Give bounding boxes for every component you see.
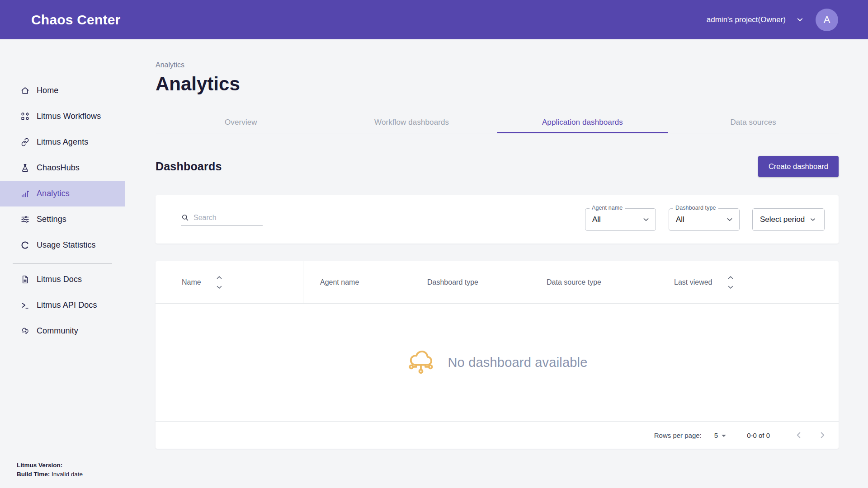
chevron-down-icon [725, 215, 734, 224]
workflows-icon [20, 112, 30, 121]
select-period-label: Select period [760, 215, 805, 224]
empty-message: No dashboard available [448, 355, 587, 370]
tab-bar: Overview Workflow dashboards Application… [156, 118, 839, 133]
table-header-row: Name Agent name Dashboard type Data sour… [156, 261, 839, 304]
sidebar-item-analytics[interactable]: Analytics [0, 181, 125, 206]
sliders-icon [20, 215, 30, 224]
rows-per-page-label: Rows per page: [654, 432, 702, 439]
search-box [181, 213, 263, 225]
sidebar-item-litmus-api-docs[interactable]: Litmus API Docs [0, 292, 125, 318]
filter-bar: Agent name All Dashboard type All Select… [156, 195, 839, 244]
chat-bubbles-icon [20, 326, 30, 336]
sort-ascending-icon[interactable] [728, 276, 733, 279]
column-header-last-viewed: Last viewed [657, 261, 839, 303]
sidebar-item-litmus-workflows[interactable]: Litmus Workflows [0, 103, 125, 129]
sidebar-item-label: Community [37, 326, 78, 336]
dashboard-type-select[interactable]: Dashboard type All [669, 208, 740, 231]
sidebar-item-chaoshubs[interactable]: ChaosHubs [0, 155, 125, 181]
header-right: admin's project(Owner) A [707, 9, 838, 31]
rows-per-page-value: 5 [714, 432, 718, 439]
rows-per-page-select[interactable]: 5 [714, 432, 726, 439]
breadcrumb[interactable]: Analytics [156, 61, 184, 69]
sidebar-item-label: Litmus API Docs [37, 300, 97, 310]
column-label: Last viewed [674, 278, 712, 286]
page-title: Analytics [156, 73, 839, 95]
search-icon [181, 213, 189, 222]
create-dashboard-button[interactable]: Create dashboard [758, 156, 839, 177]
tab-overview[interactable]: Overview [156, 118, 326, 133]
dashboards-table: Name Agent name Dashboard type Data sour… [156, 261, 839, 449]
column-label: Name [182, 278, 201, 286]
document-icon [20, 275, 30, 284]
sort-ascending-icon[interactable] [217, 276, 222, 279]
sidebar-item-label: Settings [37, 215, 66, 224]
tab-data-sources[interactable]: Data sources [668, 118, 839, 133]
agent-name-select-label: Agent name [590, 205, 625, 211]
sort-descending-icon[interactable] [217, 286, 222, 289]
sidebar-item-label: ChaosHubs [37, 163, 80, 173]
column-label: Data source type [547, 278, 601, 286]
build-time-label: Build Time: [17, 471, 50, 478]
dashboard-type-select-label: Dashboard type [673, 205, 718, 211]
home-icon [20, 86, 30, 95]
terminal-icon [20, 300, 30, 310]
sidebar-item-label: Analytics [37, 189, 70, 198]
tab-workflow-dashboards[interactable]: Workflow dashboards [326, 118, 497, 133]
sort-arrows [728, 276, 733, 289]
empty-state: No dashboard available [156, 304, 839, 421]
avatar[interactable]: A [816, 9, 838, 31]
usage-circle-icon [20, 240, 30, 250]
sidebar-item-label: Usage Statistics [37, 240, 96, 250]
app-header: Chaos Center admin's project(Owner) A [0, 0, 868, 39]
sidebar-item-usage-statistics[interactable]: Usage Statistics [0, 232, 125, 258]
pagination-bar: Rows per page: 5 0-0 of 0 [156, 421, 839, 449]
sidebar-divider [13, 263, 112, 264]
sort-arrows [217, 276, 222, 289]
dashboard-type-select-value: All [669, 215, 684, 224]
version-info: Litmus Version: Build Time: Invalid date [17, 461, 83, 479]
sidebar-item-label: Litmus Agents [37, 137, 88, 147]
sidebar-item-home[interactable]: Home [0, 78, 125, 103]
section-header: Dashboards Create dashboard [156, 156, 839, 177]
sidebar: Home Litmus Workflows Litmus Agents Chao… [0, 39, 125, 488]
sidebar-item-label: Litmus Docs [37, 275, 82, 284]
select-period-button[interactable]: Select period [752, 208, 825, 231]
column-header-name: Name [156, 261, 303, 303]
brand-title: Chaos Center [31, 12, 120, 28]
main-content: Analytics Analytics Overview Workflow da… [125, 39, 868, 488]
search-input[interactable] [193, 214, 263, 222]
build-time-value: Invalid date [52, 471, 83, 478]
sort-descending-icon[interactable] [728, 286, 733, 289]
dropdown-arrow-icon [722, 435, 726, 437]
tab-application-dashboards[interactable]: Application dashboards [497, 118, 668, 133]
sidebar-item-settings[interactable]: Settings [0, 206, 125, 232]
chevron-down-icon [642, 215, 651, 224]
column-header-dashboard-type: Dashboard type [410, 261, 530, 303]
column-header-data-source-type: Data source type [530, 261, 657, 303]
sidebar-item-litmus-agents[interactable]: Litmus Agents [0, 129, 125, 155]
column-label: Dashboard type [427, 278, 478, 286]
column-header-agent-name: Agent name [303, 261, 410, 303]
next-page-button[interactable] [816, 429, 829, 441]
project-selector[interactable]: admin's project(Owner) [707, 15, 804, 24]
flask-icon [20, 163, 30, 173]
sidebar-item-community[interactable]: Community [0, 318, 125, 344]
previous-page-button[interactable] [793, 429, 805, 441]
cloud-network-icon [406, 348, 435, 377]
sidebar-item-litmus-docs[interactable]: Litmus Docs [0, 267, 125, 292]
section-title: Dashboards [156, 160, 222, 173]
chevron-down-icon [809, 216, 817, 224]
link-icon [20, 137, 30, 147]
sidebar-item-label: Home [37, 86, 58, 95]
sidebar-item-label: Litmus Workflows [37, 112, 101, 121]
pagination-range: 0-0 of 0 [747, 432, 770, 439]
agent-name-select[interactable]: Agent name All [585, 208, 656, 231]
avatar-initial: A [824, 14, 830, 26]
bar-chart-icon [20, 189, 30, 198]
project-selector-label: admin's project(Owner) [707, 15, 786, 24]
column-label: Agent name [320, 278, 359, 286]
chevron-down-icon [796, 15, 804, 24]
version-label: Litmus Version: [17, 462, 62, 469]
agent-name-select-value: All [585, 215, 601, 224]
filter-selects: Agent name All Dashboard type All Select… [585, 208, 825, 231]
